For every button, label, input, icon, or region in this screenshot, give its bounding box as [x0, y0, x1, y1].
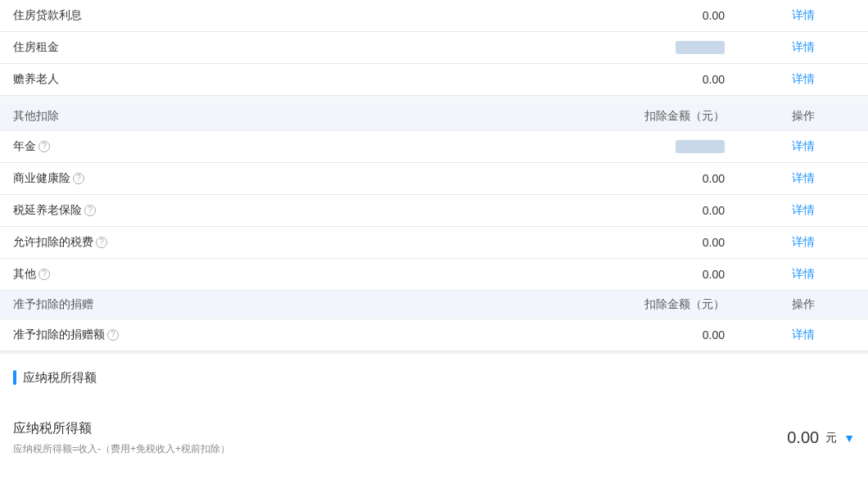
detail-link[interactable]: 详情	[792, 235, 815, 248]
help-icon[interactable]: ?	[38, 141, 50, 152]
row-amount: 0.00	[521, 258, 738, 290]
amount-value: 0.00	[703, 204, 725, 217]
amount-value: 0.00	[703, 328, 725, 342]
detail-link[interactable]: 详情	[792, 40, 815, 53]
table-row: 允许扣除的税费? 0.00 详情	[0, 226, 868, 258]
row-action: 详情	[738, 194, 868, 226]
table-row: 其他? 0.00 详情	[0, 258, 868, 290]
taxable-section-title: 应纳税所得额	[23, 370, 97, 386]
deductions-table: 住房贷款利息 0.00 详情 住房租金 详情 赡养老人 0.00 详情 其他扣除	[0, 0, 868, 351]
blurred-amount	[676, 41, 725, 54]
main-content: 住房贷款利息 0.00 详情 住房租金 详情 赡养老人 0.00 详情 其他扣除	[0, 0, 868, 484]
help-icon[interactable]: ?	[107, 329, 119, 341]
row-name: 商业健康险?	[0, 162, 521, 194]
row-name: 年金?	[0, 130, 521, 162]
section-header-donation-deductions: 准予扣除的捐赠 扣除金额（元） 操作	[0, 290, 868, 319]
section-header-name: 准予扣除的捐赠	[0, 290, 521, 319]
row-action: 详情	[738, 0, 868, 32]
taxable-income-row: 应纳税所得额 应纳税所得额=收入-（费用+免税收入+税前扣除） 0.00 元 ▼	[13, 412, 855, 464]
help-icon[interactable]: ?	[84, 205, 96, 216]
taxable-income-value: 0.00 元 ▼	[787, 428, 855, 447]
row-amount: 0.00	[521, 194, 738, 226]
row-name: 其他?	[0, 258, 521, 290]
help-icon[interactable]: ?	[38, 269, 50, 280]
amount-value: 0.00	[703, 172, 725, 185]
table-row: 赡养老人 0.00 详情	[0, 64, 868, 96]
detail-link[interactable]: 详情	[792, 267, 815, 280]
help-icon[interactable]: ?	[96, 237, 107, 248]
detail-link[interactable]: 详情	[792, 8, 815, 21]
blurred-amount	[676, 140, 725, 153]
row-amount: 0.00	[521, 226, 738, 258]
detail-link[interactable]: 详情	[792, 72, 815, 85]
amount-value: 0.00	[703, 73, 725, 86]
row-name: 住房租金	[0, 32, 521, 64]
row-name: 税延养老保险?	[0, 194, 521, 226]
section-indicator	[13, 370, 16, 385]
row-action: 详情	[738, 319, 868, 351]
taxable-title-bar: 应纳税所得额	[13, 370, 855, 386]
row-amount	[521, 32, 738, 64]
row-name: 允许扣除的税费?	[0, 226, 521, 258]
row-amount: 0.00	[521, 162, 738, 194]
taxable-income-block: 应纳税所得额 应纳税所得额=收入-（费用+免税收入+税前扣除） 0.00 元 ▼	[13, 399, 855, 477]
detail-link[interactable]: 详情	[792, 139, 815, 152]
taxable-income-formula: 应纳税所得额=收入-（费用+免税收入+税前扣除）	[13, 442, 230, 456]
taxable-income-info: 应纳税所得额 应纳税所得额=收入-（费用+免税收入+税前扣除）	[13, 420, 230, 456]
section-header-amount-label: 扣除金额（元）	[521, 102, 738, 131]
amount-value: 0.00	[703, 268, 725, 281]
section-header-other-deductions: 其他扣除 扣除金额（元） 操作	[0, 102, 868, 131]
table-row: 住房贷款利息 0.00 详情	[0, 0, 868, 32]
section-header-action-label: 操作	[738, 102, 868, 131]
row-name: 准予扣除的捐赠额?	[0, 319, 521, 351]
section-header-name: 其他扣除	[0, 102, 521, 131]
section-header-action-label: 操作	[738, 290, 868, 319]
taxable-dropdown-icon[interactable]: ▼	[843, 432, 855, 445]
row-action: 详情	[738, 64, 868, 96]
amount-value: 0.00	[703, 236, 725, 249]
amount-value: 0.00	[703, 9, 725, 22]
row-action: 详情	[738, 32, 868, 64]
section-divider	[0, 96, 868, 102]
row-action: 详情	[738, 130, 868, 162]
row-name: 住房贷款利息	[0, 0, 521, 32]
row-action: 详情	[738, 226, 868, 258]
table-section: 住房贷款利息 0.00 详情 住房租金 详情 赡养老人 0.00 详情 其他扣除	[0, 0, 868, 484]
taxable-unit: 元	[825, 431, 837, 446]
table-row: 年金? 详情	[0, 130, 868, 162]
taxable-section: 应纳税所得额 应纳税所得额 应纳税所得额=收入-（费用+免税收入+税前扣除） 0…	[0, 351, 868, 485]
taxable-amount: 0.00	[787, 428, 819, 447]
table-row: 准予扣除的捐赠额? 0.00 详情	[0, 319, 868, 351]
row-amount: 0.00	[521, 319, 738, 351]
help-icon[interactable]: ?	[73, 173, 84, 184]
row-amount: 0.00	[521, 0, 738, 32]
row-action: 详情	[738, 258, 868, 290]
detail-link[interactable]: 详情	[792, 171, 815, 184]
table-row: 商业健康险? 0.00 详情	[0, 162, 868, 194]
detail-link[interactable]: 详情	[792, 328, 815, 341]
table-row: 住房租金 详情	[0, 32, 868, 64]
row-action: 详情	[738, 162, 868, 194]
detail-link[interactable]: 详情	[792, 203, 815, 216]
row-amount	[521, 130, 738, 162]
table-row: 税延养老保险? 0.00 详情	[0, 194, 868, 226]
section-header-amount-label: 扣除金额（元）	[521, 290, 738, 319]
row-name: 赡养老人	[0, 64, 521, 96]
row-amount: 0.00	[521, 64, 738, 96]
taxable-income-label: 应纳税所得额	[13, 420, 230, 437]
